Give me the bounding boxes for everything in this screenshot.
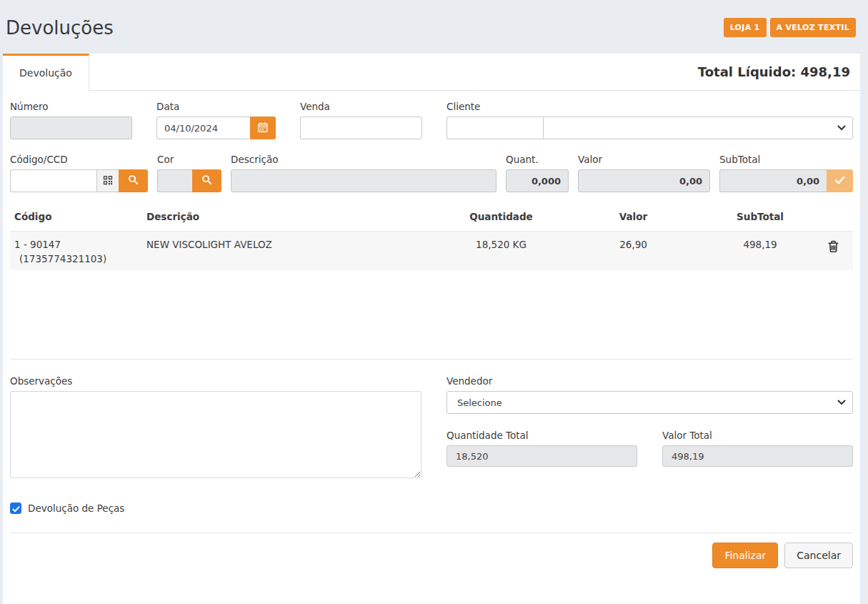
devolucao-pecas-label: Devolução de Peças	[28, 502, 124, 514]
numero-input	[10, 117, 132, 139]
quant-label: Quant.	[506, 154, 569, 165]
field-valor: Valor	[578, 154, 710, 192]
search-icon	[128, 174, 139, 187]
subtotal-input	[719, 169, 827, 192]
subtotal-label: SubTotal	[719, 154, 853, 165]
venda-input[interactable]	[300, 117, 422, 139]
cliente-code-input[interactable]	[447, 117, 543, 139]
cliente-select[interactable]	[543, 117, 853, 139]
field-codigo-ccd: Código/CCD	[10, 154, 148, 192]
data-group	[156, 117, 276, 139]
devolucao-pecas-option[interactable]: Devolução de Peças	[10, 502, 853, 514]
cell-quantidade: 18,520 KG	[442, 232, 560, 271]
field-cor: Cor	[157, 154, 221, 192]
valor-total-input	[662, 445, 853, 467]
observacoes-textarea[interactable]	[10, 391, 421, 478]
field-data: Data	[156, 101, 276, 139]
qr-code-icon	[103, 175, 113, 187]
numero-label: Número	[10, 101, 132, 112]
cell-codigo: 1 - 90147 (1735774321103)	[10, 232, 142, 271]
field-numero: Número	[10, 101, 132, 139]
vendedor-select-wrap: Selecione	[447, 391, 853, 414]
venda-label: Venda	[300, 101, 422, 112]
cor-label: Cor	[157, 154, 221, 165]
cliente-label: Cliente	[447, 101, 853, 112]
quantidade-total-label: Quantidade Total	[447, 430, 637, 441]
vendedor-label: Vendedor	[447, 375, 853, 387]
total-liquido-label: Total Líquido:	[698, 64, 796, 79]
valor-label: Valor	[578, 154, 710, 165]
footer-actions: Finalizar Cancelar	[10, 533, 853, 578]
vendedor-select[interactable]: Selecione	[447, 391, 853, 414]
field-valor-total: Valor Total	[662, 430, 853, 467]
store-badges: LOJA 1 A VELOZ TEXTIL	[724, 18, 856, 37]
observacoes-label: Observações	[10, 375, 421, 387]
bottom-section: Observações Vendedor Selecione	[10, 375, 853, 481]
check-icon	[834, 176, 845, 187]
totals-column: Vendedor Selecione Quantidade Total	[447, 375, 853, 481]
field-venda: Venda	[300, 101, 422, 139]
page-header: Devoluções LOJA 1 A VELOZ TEXTIL	[3, 0, 860, 54]
cor-input	[157, 169, 192, 192]
cancelar-button[interactable]: Cancelar	[784, 543, 853, 568]
field-subtotal: SubTotal	[719, 154, 853, 192]
cell-actions	[814, 232, 853, 271]
field-descricao: Descrição	[231, 154, 497, 192]
quant-input	[506, 169, 569, 192]
form-row-1: Número Data	[10, 101, 853, 139]
trash-icon	[827, 240, 839, 255]
cliente-select-wrap	[543, 117, 853, 139]
main-panel: Devolução Total Líquido: 498,19 Número D…	[3, 54, 860, 604]
tab-devolucao[interactable]: Devolução	[3, 54, 89, 91]
col-header-valor: Valor	[560, 202, 707, 232]
valor-total-label: Valor Total	[662, 430, 853, 441]
cor-search-button[interactable]	[192, 169, 221, 192]
field-vendedor: Vendedor Selecione	[447, 375, 853, 414]
codigo-line1: 1 - 90147	[14, 239, 138, 250]
cliente-group	[447, 117, 853, 139]
confirm-item-button[interactable]	[827, 169, 853, 192]
form-content: Número Data	[3, 91, 860, 604]
cell-subtotal: 498,19	[707, 232, 814, 271]
data-label: Data	[156, 101, 276, 112]
tab-bar: Devolução Total Líquido: 498,19	[3, 54, 860, 91]
spacer	[10, 270, 853, 359]
store-badge-company[interactable]: A VELOZ TEXTIL	[770, 18, 856, 37]
field-quant: Quant.	[506, 154, 569, 192]
codigo-ccd-label: Código/CCD	[10, 154, 148, 165]
devolucao-pecas-checkbox[interactable]	[10, 502, 21, 514]
check-icon	[12, 502, 20, 515]
form-row-2: Código/CCD	[10, 154, 853, 192]
delete-item-button[interactable]	[826, 239, 841, 257]
cell-descricao: NEW VISCOLIGHT AVELOZ	[142, 232, 442, 271]
table-row: 1 - 90147 (1735774321103) NEW VISCOLIGHT…	[10, 232, 853, 271]
store-badge-loja[interactable]: LOJA 1	[724, 18, 767, 37]
cell-valor: 26,90	[560, 232, 707, 271]
valor-input	[578, 169, 710, 192]
page-title: Devoluções	[6, 17, 114, 39]
descricao-label: Descrição	[231, 154, 497, 165]
items-table-header-row: Código Descrição Quantidade Valor SubTot…	[10, 202, 853, 232]
field-quantidade-total: Quantidade Total	[447, 430, 637, 467]
qr-scan-button[interactable]	[96, 169, 119, 192]
col-header-subtotal: SubTotal	[707, 202, 814, 232]
total-liquido-value: 498,19	[801, 64, 850, 79]
codigo-ccd-input[interactable]	[10, 169, 96, 192]
calendar-button[interactable]	[250, 117, 276, 139]
col-header-actions	[814, 202, 853, 232]
field-observacoes: Observações	[10, 375, 421, 481]
col-header-quantidade: Quantidade	[442, 202, 560, 232]
codigo-line2: (1735774321103)	[14, 253, 138, 264]
section-divider	[10, 359, 853, 360]
data-input[interactable]	[156, 117, 250, 139]
calendar-icon	[257, 122, 269, 135]
subtotal-group	[719, 169, 853, 192]
finalizar-button[interactable]: Finalizar	[712, 543, 778, 568]
total-liquido: Total Líquido: 498,19	[698, 64, 860, 79]
codigo-ccd-group	[10, 169, 148, 192]
codigo-search-button[interactable]	[119, 169, 148, 192]
quantidade-total-input	[447, 445, 637, 467]
col-header-codigo: Código	[10, 202, 142, 232]
descricao-input	[231, 169, 497, 192]
cor-group	[157, 169, 221, 192]
